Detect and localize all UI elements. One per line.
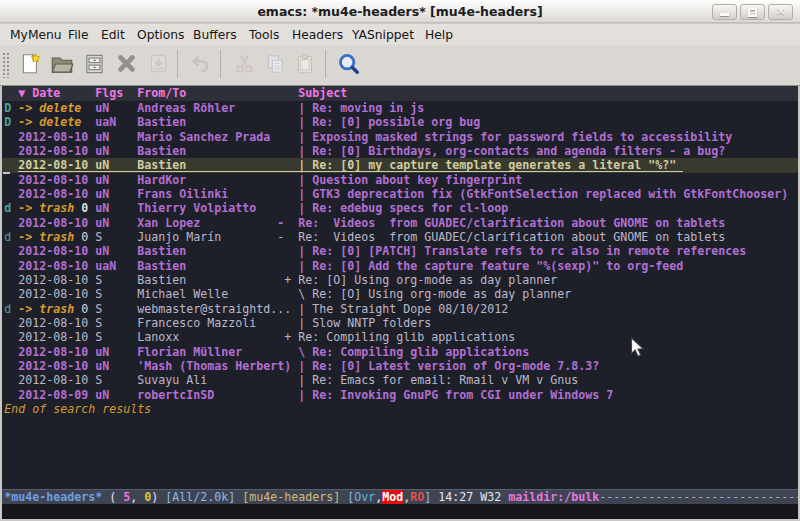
message-row[interactable]: 2012-08-10 S Francesco Mazzoli | Slow NN… xyxy=(2,316,798,330)
end-of-results: End of search results xyxy=(2,402,798,416)
menu-bar: MyMenuFileEditOptionsBuffersToolsHeaders… xyxy=(0,24,800,45)
maximize-icon xyxy=(748,8,757,17)
message-row[interactable]: 2012-08-10 S Michael Welle \ Re: [O] Usi… xyxy=(2,287,798,301)
message-row[interactable]: 2012-08-10 uN Xan Lopez - Re: Videos fro… xyxy=(2,216,798,230)
menu-options[interactable]: Options xyxy=(137,28,184,42)
minimize-button[interactable] xyxy=(712,4,737,20)
menu-file[interactable]: File xyxy=(68,28,89,42)
modeline-folder: maildir:/bulk xyxy=(508,490,599,504)
minimize-icon xyxy=(720,13,729,16)
toolbar-separator xyxy=(220,50,221,78)
open-folder-button[interactable] xyxy=(49,51,75,77)
undo-button[interactable] xyxy=(187,51,213,77)
close-button[interactable]: ✕ xyxy=(768,4,793,20)
modeline-buffer: *mu4e-headers* xyxy=(4,490,102,504)
message-row[interactable]: D -> delete uN Andreas Röhler | Re: movi… xyxy=(2,101,798,115)
emacs-frame: ▼ Date Flgs From/To Subject D -> delete … xyxy=(2,86,798,519)
highlight-underline xyxy=(18,171,683,172)
modeline-plain: , xyxy=(130,490,144,504)
toolbar-separator xyxy=(177,50,178,78)
message-row[interactable]: 2012-08-10 uN Bastien | Re: [0] [PATCH] … xyxy=(2,244,798,258)
message-row[interactable]: 2012-08-09 uN robertcInSD | Re: Invoking… xyxy=(2,388,798,402)
close-button[interactable] xyxy=(114,51,140,77)
cut-button[interactable] xyxy=(232,51,258,77)
toolbar-grip[interactable] xyxy=(2,52,10,78)
message-row[interactable]: 2012-08-10 uN Bastien | Re: [0] my captu… xyxy=(2,158,798,172)
tool-bar xyxy=(0,45,800,86)
menu-tools[interactable]: Tools xyxy=(249,28,279,42)
save-as-button[interactable] xyxy=(146,51,172,77)
message-row[interactable]: 2012-08-10 uN Mario Sanchez Prada | Expo… xyxy=(2,130,798,144)
modeline-ro: RO xyxy=(410,490,424,504)
message-row[interactable]: 2012-08-10 uN Bastien | Re: [0] Birthday… xyxy=(2,144,798,158)
menu-edit[interactable]: Edit xyxy=(101,28,125,42)
message-row[interactable]: 2012-08-10 uN Frans Oilinki | GTK3 depre… xyxy=(2,187,798,201)
modeline-mode: [mu4e-headers] xyxy=(242,490,340,504)
message-row[interactable]: 2012-08-10 S Lanoxx + Re: Compiling glib… xyxy=(2,330,798,344)
message-row[interactable]: 2012-08-10 S Suvayu Ali | Re: Emacs for … xyxy=(2,373,798,387)
message-row[interactable]: D -> delete uaN Bastien | Re: [0] possib… xyxy=(2,115,798,129)
search-button[interactable] xyxy=(336,51,362,77)
modeline-mod: Mod xyxy=(382,490,403,504)
save-button[interactable] xyxy=(82,51,108,77)
text-cursor xyxy=(3,172,10,174)
modeline-ovr: Ovr xyxy=(354,490,375,504)
message-row[interactable]: 2012-08-10 uN Florian Müllner \ Re: Comp… xyxy=(2,345,798,359)
minibuffer[interactable] xyxy=(2,504,798,519)
new-file-button[interactable] xyxy=(18,51,44,77)
title-bar: emacs: *mu4e-headers* [mu4e-headers] ✕ xyxy=(0,0,800,23)
mouse-cursor xyxy=(630,337,646,359)
headers-column-header: ▼ Date Flgs From/To Subject xyxy=(2,86,798,101)
message-row[interactable]: d -> trash 0 S webmaster@straightd... | … xyxy=(2,302,798,316)
modeline-dash: ------------------------------ xyxy=(599,490,798,504)
menu-headers[interactable]: Headers xyxy=(292,28,343,42)
maximize-button[interactable] xyxy=(740,4,765,20)
menu-buffers[interactable]: Buffers xyxy=(193,28,237,42)
message-list: D -> delete uN Andreas Röhler | Re: movi… xyxy=(2,101,798,416)
window-title: emacs: *mu4e-headers* [mu4e-headers] xyxy=(0,4,800,19)
paste-button[interactable] xyxy=(292,51,318,77)
toolbar-separator xyxy=(325,50,326,78)
copy-button[interactable] xyxy=(262,51,288,77)
modeline-stats: [All/2.0k] xyxy=(165,490,235,504)
mode-line: *mu4e-headers* ( 5, 0) [All/2.0k] [mu4e-… xyxy=(2,489,798,504)
message-row[interactable]: d -> trash 0 uN Thierry Volpiatto | Re: … xyxy=(2,201,798,215)
modeline-plain: ) xyxy=(151,490,165,504)
message-row[interactable]: 2012-08-10 uN 'Mash (Thomas Herbert) | R… xyxy=(2,359,798,373)
modeline-plain: 14:27 W32 xyxy=(431,490,508,504)
message-row[interactable]: 2012-08-10 uN HardKor | Question about k… xyxy=(2,173,798,187)
message-row[interactable]: d -> trash 0 S Juanjo Marín - Re: Videos… xyxy=(2,230,798,244)
modeline-plain: ( xyxy=(102,490,123,504)
menu-yasnippet[interactable]: YASnippet xyxy=(352,28,414,42)
menu-mymenu[interactable]: MyMenu xyxy=(10,28,62,42)
message-row[interactable]: 2012-08-10 S Bastien + Re: [O] Using org… xyxy=(2,273,798,287)
menu-help[interactable]: Help xyxy=(425,28,453,42)
message-row[interactable]: 2012-08-10 uaN Bastien | Re: [0] Add the… xyxy=(2,259,798,273)
